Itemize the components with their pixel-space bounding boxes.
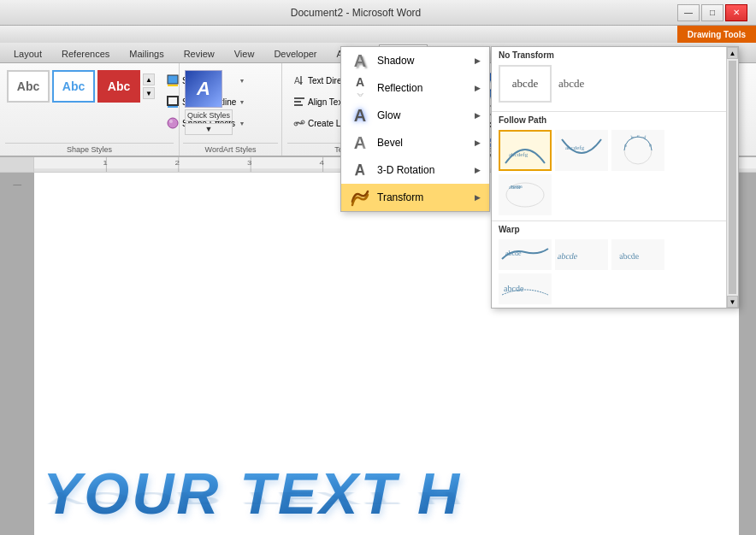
svg-text:3: 3 [247, 160, 252, 167]
svg-text:abcde: abcde [511, 185, 523, 190]
shape-effects-icon [166, 116, 180, 130]
svg-text:e: e [648, 142, 653, 148]
svg-text:abcde: abcde [618, 251, 641, 261]
tab-review[interactable]: Review [174, 44, 224, 62]
shape-sample-outlined[interactable]: Abc [52, 70, 95, 103]
text-direction-icon: A [293, 74, 305, 86]
doc-right [739, 173, 756, 535]
transform-scrollbar[interactable]: ▲ ▼ [726, 47, 738, 308]
maximize-button[interactable]: □ [701, 4, 724, 21]
svg-point-4 [168, 118, 178, 128]
glow-menu-item[interactable]: A Glow ▶ [341, 102, 489, 129]
transform-panel: ▲ ▼ No Transform abcde abcde Follow Path… [491, 46, 739, 309]
drawing-tools-badge: Drawing Tools [677, 26, 756, 43]
follow-path-label: Follow Path [492, 111, 726, 126]
warp-item-4[interactable]: abcde [499, 273, 552, 304]
tab-mailings[interactable]: Mailings [120, 44, 173, 62]
svg-text:abcdefg: abcdefg [509, 151, 529, 158]
scrollbar-down-button[interactable]: ▼ [727, 296, 738, 308]
align-text-icon [293, 96, 305, 108]
quick-styles-button[interactable]: Quick Styles [185, 109, 233, 121]
shape-sample-arrows: ▲ ▼ [143, 70, 157, 103]
scrollbar-thumb[interactable] [729, 61, 736, 294]
svg-text:abcdefg: abcdefg [565, 144, 585, 151]
drawing-tools-bar: Drawing Tools [0, 26, 756, 43]
shape-fill-icon [166, 73, 180, 87]
close-button[interactable]: ✕ [725, 4, 747, 21]
tab-references[interactable]: References [52, 44, 119, 62]
no-transform-item[interactable]: abcde [499, 65, 552, 103]
create-link-icon [293, 117, 305, 129]
reflection-submenu-arrow: ▶ [475, 84, 481, 92]
warp-item-2[interactable]: abcde [555, 239, 608, 270]
no-transform-label: No Transform [492, 47, 726, 62]
doc-sidebar: │ [0, 173, 34, 535]
transform-submenu-arrow: ▶ [475, 193, 481, 202]
svg-rect-1 [168, 85, 178, 86]
shape-styles-content: Abc Abc Abc ▲ ▼ [5, 67, 174, 143]
shape-sample-more[interactable]: ▼ [143, 87, 155, 99]
minimize-button[interactable]: — [677, 4, 700, 21]
reflection-menu-item[interactable]: A A Reflection ▶ [341, 74, 489, 102]
3d-rotation-menu-item[interactable]: A 3-D Rotation ▶ [341, 156, 489, 184]
svg-text:d: d [643, 135, 647, 140]
quick-styles-stack: A Quick Styles ▼ [185, 70, 233, 135]
shadow-menu-item[interactable]: A Shadow ▶ [341, 47, 489, 74]
no-transform-items: abcde abcde [492, 62, 726, 109]
quick-styles-content: A Quick Styles ▼ [183, 67, 278, 143]
shadow-icon: A [350, 50, 370, 71]
shadow-submenu-arrow: ▶ [475, 56, 481, 65]
svg-text:abcde: abcde [504, 284, 524, 293]
shape-style-samples: Abc Abc Abc ▲ ▼ [5, 67, 158, 106]
warp-item-3[interactable]: abcde [611, 239, 664, 270]
shape-outline-icon [166, 95, 180, 109]
abcde-item[interactable]: abcde [558, 77, 584, 91]
scrollbar-up-button[interactable]: ▲ [727, 47, 738, 59]
tab-view[interactable]: View [225, 44, 264, 62]
bevel-menu-item[interactable]: A Bevel ▶ [341, 129, 489, 156]
3d-rotation-submenu-arrow: ▶ [475, 166, 481, 174]
svg-text:1: 1 [103, 160, 108, 167]
follow-path-grid: abcdefg abcdefg a b [492, 126, 726, 219]
glow-icon: A [350, 105, 370, 126]
svg-rect-9 [294, 97, 304, 99]
transform-circle[interactable]: a b c d e [611, 130, 664, 171]
svg-point-5 [169, 120, 173, 123]
svg-text:4: 4 [319, 160, 324, 167]
svg-rect-2 [168, 97, 178, 105]
shape-sample-up[interactable]: ▲ [143, 73, 155, 85]
transform-menu-item[interactable]: Transform ▶ [341, 184, 489, 211]
svg-text:A: A [294, 76, 300, 85]
wordart-styles-label: ▼ [185, 123, 233, 135]
bevel-submenu-arrow: ▶ [475, 138, 481, 147]
ruler-side [0, 157, 34, 172]
glow-submenu-arrow: ▶ [475, 111, 481, 120]
title-bar-controls[interactable]: — □ ✕ [677, 4, 747, 21]
wordart-a-button[interactable]: A [185, 70, 222, 108]
reflection-icon: A A [350, 78, 370, 98]
quick-styles-group: A Quick Styles ▼ WordArt Styles [180, 63, 282, 156]
tab-layout[interactable]: Layout [4, 44, 51, 62]
transform-arc-down[interactable]: abcdefg [555, 130, 608, 171]
title-bar: Document2 - Microsoft Word — □ ✕ [0, 0, 756, 26]
svg-rect-0 [168, 75, 178, 84]
wordart-effects-menu: A Shadow ▶ A A Reflection ▶ A Glow ▶ A B… [340, 46, 490, 212]
warp-grid: abcde abcde abcde abcde [492, 236, 726, 308]
wordart-styles-group-label: WordArt Styles [183, 143, 278, 154]
svg-text:c: c [637, 133, 640, 138]
svg-rect-3 [168, 106, 178, 108]
svg-rect-11 [294, 104, 303, 106]
sidebar-ruler: │ [14, 183, 21, 187]
svg-text:2: 2 [175, 160, 180, 167]
transform-button[interactable]: abcde abcde [499, 174, 552, 215]
text-reflection: YOUR TEXT H [43, 489, 462, 509]
tab-developer[interactable]: Developer [264, 44, 326, 62]
warp-item-1[interactable]: abcde [499, 239, 552, 270]
svg-text:abcde: abcde [505, 250, 522, 257]
bevel-icon: A [350, 132, 370, 153]
shape-sample-default[interactable]: Abc [7, 70, 50, 103]
transform-arc-up[interactable]: abcdefg [499, 130, 552, 171]
3d-rotation-icon: A [349, 159, 369, 182]
shape-styles-group: Abc Abc Abc ▲ ▼ [0, 63, 180, 156]
shape-sample-filled-red[interactable]: Abc [97, 70, 140, 103]
